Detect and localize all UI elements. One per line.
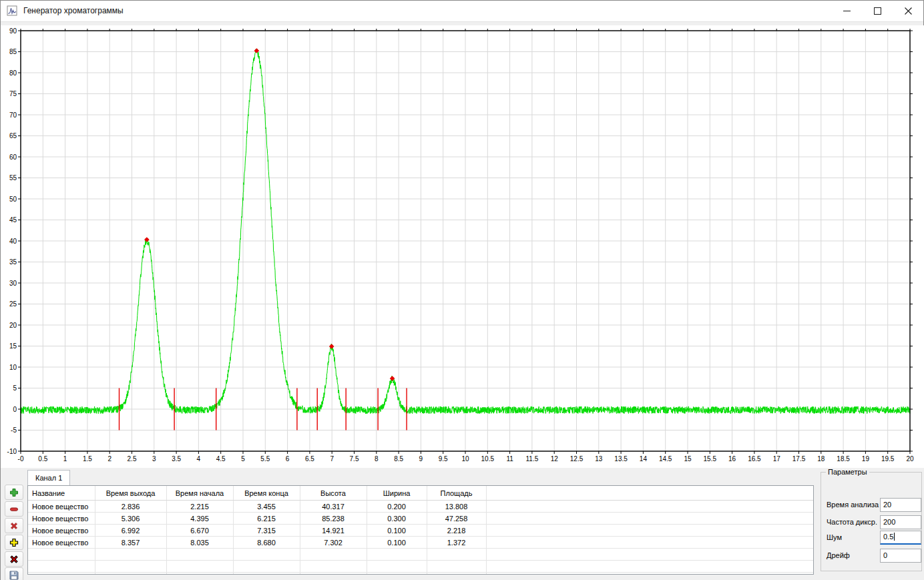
table-cell: 0.200 bbox=[367, 501, 427, 513]
tab-channel-1[interactable]: Канал 1 bbox=[27, 470, 70, 485]
table-cell bbox=[486, 501, 813, 513]
column-header-height[interactable]: Высота bbox=[300, 486, 367, 501]
column-header-width[interactable]: Ширина bbox=[367, 486, 427, 501]
add-substance-button[interactable] bbox=[5, 485, 23, 500]
table-cell: Новое вещество bbox=[28, 501, 95, 513]
table-cell bbox=[28, 549, 95, 561]
svg-text:55: 55 bbox=[9, 174, 17, 182]
svg-text:45: 45 bbox=[9, 216, 17, 224]
app-window: Генератор хроматограммы -00.511.522.533.… bbox=[0, 0, 924, 580]
sampling-rate-value: 200 bbox=[883, 518, 895, 526]
delete-substance-button[interactable] bbox=[5, 518, 23, 533]
table-cell: 2.215 bbox=[166, 501, 233, 513]
noise-input[interactable]: 0.5 bbox=[880, 531, 921, 545]
svg-text:14.5: 14.5 bbox=[659, 455, 672, 463]
maximize-button[interactable] bbox=[862, 1, 893, 21]
table-header-row: Название Время выхода Время начала Время… bbox=[28, 486, 813, 501]
drift-input[interactable]: 0 bbox=[880, 549, 921, 563]
table-cell bbox=[166, 561, 233, 573]
table-cell: 6.670 bbox=[166, 525, 233, 537]
svg-text:-5: -5 bbox=[11, 426, 17, 434]
table-row[interactable]: Новое вещество6.9926.6707.31514.9210.100… bbox=[28, 525, 813, 537]
table-cell bbox=[300, 573, 367, 575]
column-header-retention[interactable]: Время выхода bbox=[95, 486, 166, 501]
column-header-start[interactable]: Время начала bbox=[166, 486, 233, 501]
table-cell bbox=[486, 513, 813, 525]
green-plus-icon bbox=[9, 487, 19, 498]
drift-value: 0 bbox=[883, 551, 887, 559]
svg-text:40: 40 bbox=[9, 238, 17, 245]
svg-text:75: 75 bbox=[9, 90, 17, 97]
svg-text:25: 25 bbox=[9, 300, 17, 308]
table-cell bbox=[233, 573, 300, 575]
table-row[interactable]: Новое вещество5.3064.3956.21585.2380.300… bbox=[28, 513, 813, 525]
table-cell: 6.215 bbox=[233, 513, 300, 525]
table-cell: 7.315 bbox=[233, 525, 300, 537]
table-cell: 1.372 bbox=[427, 537, 486, 549]
add-channel-button[interactable] bbox=[5, 535, 23, 550]
minimize-button[interactable] bbox=[831, 1, 862, 21]
save-button[interactable] bbox=[5, 567, 23, 580]
svg-text:11: 11 bbox=[506, 455, 513, 463]
table-cell bbox=[166, 549, 233, 561]
svg-text:60: 60 bbox=[9, 154, 17, 161]
window-title: Генератор хроматограммы bbox=[23, 6, 124, 15]
close-icon bbox=[905, 7, 912, 15]
bottom-panel: Канал 1 Название Время выхода Время нача… bbox=[1, 468, 924, 580]
table-cell bbox=[427, 549, 486, 561]
chromatogram-chart[interactable]: -00.511.522.533.544.555.566.577.588.599.… bbox=[1, 25, 924, 468]
svg-text:7: 7 bbox=[330, 455, 334, 463]
svg-text:70: 70 bbox=[9, 111, 17, 119]
svg-text:50: 50 bbox=[9, 196, 17, 203]
delete-channel-button[interactable] bbox=[5, 551, 23, 567]
svg-text:3: 3 bbox=[152, 455, 156, 463]
svg-text:20: 20 bbox=[9, 322, 17, 329]
svg-text:8.5: 8.5 bbox=[394, 455, 403, 463]
svg-text:65: 65 bbox=[9, 132, 17, 139]
analysis-time-input[interactable]: 20 bbox=[880, 498, 921, 512]
table-row[interactable]: Новое вещество2.8362.2153.45540.3170.200… bbox=[28, 501, 813, 513]
table-row-empty bbox=[28, 549, 813, 561]
svg-text:5: 5 bbox=[13, 384, 17, 392]
svg-text:12: 12 bbox=[551, 455, 559, 463]
save-icon bbox=[9, 570, 19, 580]
table-cell: Новое вещество bbox=[28, 513, 95, 525]
table-cell bbox=[367, 561, 427, 573]
svg-text:30: 30 bbox=[9, 280, 17, 287]
svg-text:13.5: 13.5 bbox=[614, 455, 628, 463]
svg-text:7.5: 7.5 bbox=[350, 455, 359, 463]
table-cell bbox=[300, 549, 367, 561]
svg-text:17: 17 bbox=[773, 455, 781, 463]
table-cell bbox=[233, 561, 300, 573]
svg-text:16: 16 bbox=[728, 455, 736, 463]
svg-text:-10: -10 bbox=[7, 448, 17, 455]
column-header-end[interactable]: Время конца bbox=[233, 486, 300, 501]
app-icon bbox=[7, 5, 18, 17]
svg-text:18: 18 bbox=[817, 455, 825, 463]
table-cell: 2.218 bbox=[427, 525, 486, 537]
column-header-area[interactable]: Площадь bbox=[427, 486, 486, 501]
svg-text:19: 19 bbox=[862, 455, 870, 463]
table-cell: 0.100 bbox=[367, 525, 427, 537]
remove-substance-button[interactable] bbox=[5, 501, 23, 517]
table-row[interactable]: Новое вещество8.3578.0358.6807.3020.1001… bbox=[28, 537, 813, 549]
chromatogram-plot: -00.511.522.533.544.555.566.577.588.599.… bbox=[1, 25, 924, 468]
svg-text:3.5: 3.5 bbox=[172, 455, 181, 463]
svg-text:17.5: 17.5 bbox=[792, 455, 806, 463]
svg-text:5.5: 5.5 bbox=[260, 455, 270, 463]
yellow-plus-icon bbox=[9, 537, 19, 548]
svg-text:6.5: 6.5 bbox=[305, 455, 314, 463]
column-header-name[interactable]: Название bbox=[28, 486, 95, 501]
sampling-rate-input[interactable]: 200 bbox=[880, 515, 921, 529]
svg-text:9.5: 9.5 bbox=[439, 455, 448, 463]
table-cell: 5.306 bbox=[95, 513, 166, 525]
svg-text:8: 8 bbox=[375, 455, 379, 463]
table-cell bbox=[486, 561, 813, 573]
close-button[interactable] bbox=[893, 1, 923, 21]
svg-text:12.5: 12.5 bbox=[570, 455, 584, 463]
table-cell bbox=[95, 549, 166, 561]
text-caret bbox=[894, 533, 895, 541]
svg-text:1.5: 1.5 bbox=[83, 455, 92, 463]
table-cell bbox=[233, 549, 300, 561]
svg-text:80: 80 bbox=[9, 69, 17, 77]
